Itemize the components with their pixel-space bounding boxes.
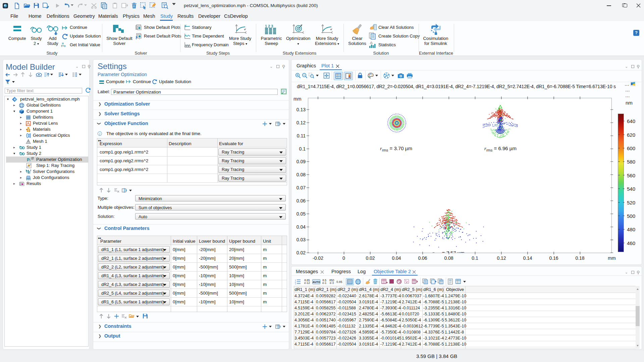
svg-text:-0.0033612: -0.0033612 [402,324,423,328]
svg-text:-0.022426: -0.022426 [337,336,356,341]
svg-text:-5.1333E-5: -5.1333E-5 [423,312,444,316]
svg-text:0.0062372: 0.0062372 [316,312,336,316]
svg-text:1.2138E-10: 1.2138E-10 [445,342,466,347]
svg-text:1.8480E-10: 1.8480E-10 [445,312,466,316]
svg-text:-0.010808: -0.010808 [402,330,421,335]
svg-text:0.0058255: 0.0058255 [316,306,336,310]
svg-text:4.7115E-4: 4.7115E-4 [294,342,313,347]
svg-text:0.0067037: 0.0067037 [402,294,422,298]
svg-text:0.0059784: 0.0059784 [316,330,336,335]
svg-text:0.010720: 0.010720 [402,312,419,316]
svg-text:-6.7739E-5: -6.7739E-5 [423,324,444,328]
svg-text:3.3355E-4: 3.3355E-4 [359,336,378,341]
svg-text:-3.1021E-4: -3.1021E-4 [423,336,444,341]
svg-text:7.7129E-4: 7.7129E-4 [294,330,314,335]
svg-text:-0.020504: -0.020504 [337,342,356,347]
svg-text:-0.011588: -0.011588 [337,306,356,310]
svg-text:3.2012E-4: 3.2012E-4 [294,312,314,316]
svg-text:-3.7737E-4: -3.7737E-4 [380,294,401,298]
svg-text:0.0056617: 0.0056617 [316,342,336,347]
svg-text:0.0051740: 0.0051740 [316,318,336,322]
svg-text:4.5159E-4: 4.5159E-4 [294,306,314,310]
svg-text:2.7590E-4: 2.7590E-4 [359,318,378,322]
svg-text:3: 3 [295,283,296,285]
svg-text:1.9502E-4: 1.9502E-4 [402,336,421,341]
svg-text:2.5050E-4: 2.5050E-4 [402,318,421,322]
svg-text:3.4503E-4: 3.4503E-4 [294,336,314,341]
svg-text:0.0056617: 0.0056617 [316,300,336,304]
svg-text:3.0191E-4: 3.0191E-4 [359,300,378,304]
svg-text:-0.022440: -0.022440 [337,294,356,298]
svg-text:-6.5084E-4: -6.5084E-4 [380,318,401,322]
svg-text:1.2138E-10: 1.2138E-10 [445,300,466,304]
svg-text:0.0057723: 0.0057723 [316,336,336,341]
svg-text:2.4773E-10: 2.4773E-10 [445,336,466,341]
svg-text:-7.1219E-4: -7.1219E-4 [380,342,401,347]
svg-text:-6.1309E-5: -6.1309E-5 [423,318,444,322]
svg-text:-0.0010145: -0.0010145 [380,336,401,341]
svg-text:5.3612E-10: 5.3612E-10 [445,318,466,322]
svg-text:-0.035967: -0.035967 [337,318,356,322]
svg-text:4.5959E-4: 4.5959E-4 [359,330,378,335]
svg-text:3.0191E-4: 3.0191E-4 [359,342,378,347]
svg-text:2.7412E-4: 2.7412E-4 [402,300,421,304]
svg-text:-0.011132: -0.011132 [337,324,356,328]
svg-text:1.3316E-10: 1.3316E-10 [445,306,466,310]
svg-text:-5.6613E-4: -5.6613E-4 [380,312,401,316]
svg-text:2.7412E-4: 2.7412E-4 [402,342,421,347]
svg-text:0.0061485: 0.0061485 [316,324,336,328]
svg-text:1.2479E-10: 1.2479E-10 [445,294,466,298]
svg-text:-5.7350E-4: -5.7350E-4 [380,330,401,335]
svg-text:-7.3930E-4: -7.3930E-4 [380,306,401,310]
svg-text:-4.3376E-5: -4.3376E-5 [423,330,444,335]
svg-text:2.1335E-4: 2.1335E-4 [359,324,378,328]
svg-text:-6.7088E-5: -6.7088E-5 [423,342,444,347]
svg-text:-0.011124: -0.011124 [402,306,420,310]
svg-text:0.0059282: 0.0059282 [316,294,336,298]
svg-text:2.4780E-4: 2.4780E-4 [359,306,378,310]
svg-text:-1.6807E-4: -1.6807E-4 [423,294,444,298]
svg-text:1.3543E-10: 1.3543E-10 [445,324,466,328]
svg-text:4.3056E-4: 4.3056E-4 [294,318,314,322]
svg-text:2.4825E-4: 2.4825E-4 [359,312,378,316]
svg-text:-4.8462E-4: -4.8462E-4 [380,324,401,328]
svg-text:-0.020504: -0.020504 [337,300,356,304]
svg-text:-3.2355E-4: -3.2355E-4 [423,306,444,310]
svg-text:4.7115E-4: 4.7115E-4 [294,300,313,304]
svg-text:2.6178E-4: 2.6178E-4 [359,294,378,298]
svg-text:4.3724E-4: 4.3724E-4 [294,294,314,298]
svg-text:-6.7088E-5: -6.7088E-5 [423,300,444,304]
svg-text:-7.1219E-4: -7.1219E-4 [380,300,401,304]
svg-text:-0.023415: -0.023415 [337,312,356,316]
svg-text:1.1442E-8: 1.1442E-8 [445,330,464,335]
svg-text:4.1781E-4: 4.1781E-4 [294,324,314,328]
svg-text:-0.027326: -0.027326 [337,330,356,335]
